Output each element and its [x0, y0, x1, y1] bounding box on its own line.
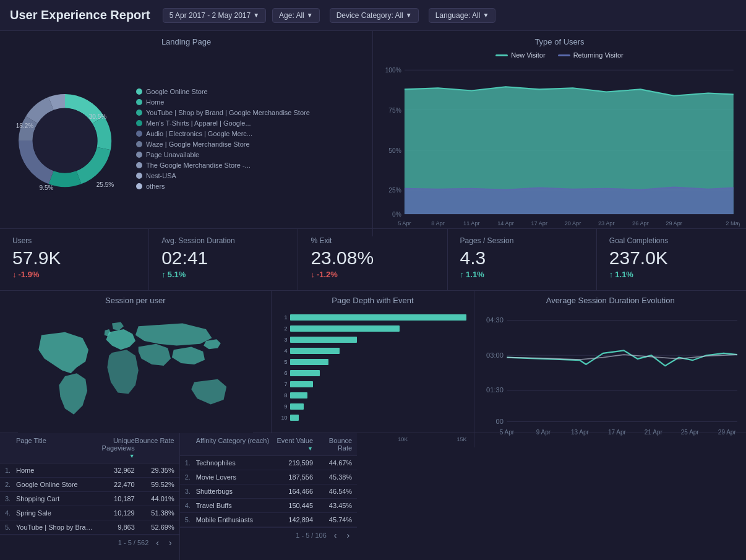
- bar-row: 3: [279, 335, 467, 345]
- pages-table-footer: 1 - 5 / 562 ‹ ›: [0, 535, 179, 550]
- svg-point-0: [33, 108, 97, 173]
- age-filter[interactable]: Age: All ▼: [272, 8, 320, 23]
- col-event-value: Event Value ▼: [274, 437, 313, 452]
- table-row: 3. Shutterbugs 164,466 46.54%: [180, 485, 358, 499]
- bar-row: 6: [279, 368, 467, 378]
- legend-item: Page Unavailable: [136, 151, 366, 158]
- charts-row: Session per user: [0, 291, 746, 433]
- legend-line: [495, 54, 508, 56]
- world-map-svg: [15, 317, 256, 435]
- metric-change: ↓-1.2%: [311, 270, 434, 279]
- session-per-user-panel: Session per user: [0, 291, 272, 447]
- metric-label: Users: [12, 236, 136, 245]
- legend-line: [558, 54, 570, 56]
- metric-value: 237.0K: [609, 248, 734, 269]
- header: User Experience Report 5 Apr 2017 - 2 Ma…: [0, 0, 746, 31]
- metric-label: % Exit: [311, 236, 434, 245]
- svg-text:25 Apr: 25 Apr: [681, 429, 700, 436]
- legend-dot: [136, 162, 142, 168]
- next-page-button[interactable]: ›: [344, 530, 352, 540]
- svg-text:03:00: 03:00: [487, 351, 504, 359]
- legend-item: others: [136, 183, 366, 190]
- tables-row: Page Title Unique Pageviews ▼ Bounce Rat…: [0, 433, 746, 560]
- prev-page-button[interactable]: ‹: [153, 538, 161, 548]
- arrow-up-icon: ↑: [460, 270, 465, 279]
- pages-table-header: Page Title Unique Pageviews ▼ Bounce Rat…: [0, 433, 179, 463]
- arrow-up-icon: ↑: [609, 270, 614, 279]
- landing-content: 30.5% 25.5% 18.2% 9.5% Google Online Sto…: [6, 51, 366, 230]
- bar-row: 7: [279, 379, 467, 389]
- sort-icon[interactable]: ▼: [307, 446, 313, 452]
- type-users-chart: 100% 75% 50% 25% 0% 5 Apr 8 Apr 11 Apr: [379, 64, 740, 230]
- svg-text:25.5%: 25.5%: [96, 181, 114, 188]
- legend-item: Home: [136, 98, 366, 106]
- legend-returning-visitor: Returning Visitor: [558, 51, 624, 59]
- legend-dot: [136, 173, 142, 179]
- device-filter[interactable]: Device Category: All ▼: [330, 8, 419, 23]
- metric-pages-session: Pages / Session 4.3 ↑1.1%: [448, 229, 597, 290]
- next-page-button[interactable]: ›: [166, 538, 174, 548]
- svg-text:00: 00: [496, 418, 504, 425]
- metric-label: Goal Completions: [609, 236, 734, 245]
- svg-marker-16: [405, 187, 734, 214]
- avg-session-svg: 04:30 03:00 01:30 00 5 Apr 9 Apr 13 Apr …: [479, 310, 741, 442]
- metric-label: Avg. Session Duration: [161, 236, 285, 245]
- type-users-svg: 100% 75% 50% 25% 0% 5 Apr 8 Apr 11 Apr: [379, 64, 740, 230]
- legend-item: Nest-USA: [136, 172, 366, 179]
- session-per-user-title: Session per user: [5, 296, 266, 305]
- language-filter[interactable]: Language: All ▼: [429, 8, 496, 23]
- svg-text:23 Apr: 23 Apr: [598, 220, 615, 226]
- bar-row: 4: [279, 346, 467, 356]
- legend-item: Google Online Store: [136, 88, 366, 95]
- arrow-up-icon: ↑: [161, 270, 166, 279]
- table-row: 2. Movie Lovers 187,556 45.38%: [180, 470, 358, 485]
- legend-dot: [136, 141, 142, 147]
- svg-text:8 Apr: 8 Apr: [431, 220, 444, 226]
- affinity-table-panel: Affinity Category (reach) Event Value ▼ …: [180, 433, 358, 560]
- svg-text:04:30: 04:30: [487, 316, 504, 324]
- pages-table-panel: Page Title Unique Pageviews ▼ Bounce Rat…: [0, 433, 180, 560]
- svg-text:14 Apr: 14 Apr: [497, 220, 514, 226]
- metric-value: 23.08%: [311, 248, 434, 269]
- svg-text:17 Apr: 17 Apr: [608, 429, 627, 436]
- legend-item: The Google Merchandise Store -...: [136, 162, 366, 169]
- table-row: 1. Technophiles 219,599 44.67%: [180, 456, 358, 470]
- metric-change: ↓-1.9%: [12, 270, 136, 279]
- sort-icon[interactable]: ▼: [129, 453, 135, 459]
- legend-item: Waze | Google Merchandise Store: [136, 140, 366, 148]
- table-row: 5. YouTube | Shop by Brand | Google M...…: [0, 520, 179, 535]
- prev-page-button[interactable]: ‹: [332, 530, 340, 540]
- metric-label: Pages / Session: [460, 236, 584, 245]
- type-of-users-panel: Type of Users New Visitor Returning Visi…: [373, 31, 746, 236]
- landing-page-title: Landing Page: [6, 37, 366, 46]
- bar-row: 5: [279, 357, 467, 367]
- metric-value: 02:41: [161, 248, 285, 269]
- legend-item: YouTube | Shop by Brand | Google Merchan…: [136, 109, 366, 116]
- chevron-down-icon: ▼: [406, 12, 412, 19]
- svg-text:5 Apr: 5 Apr: [398, 220, 411, 226]
- col-bounce-rate: Bounce Rate: [135, 437, 174, 459]
- bar-row: 8: [279, 390, 467, 400]
- metric-change: ↑5.1%: [161, 270, 285, 279]
- date-range-filter[interactable]: 5 Apr 2017 - 2 May 2017 ▼: [163, 8, 266, 23]
- pagination-label: 1 - 5 / 106: [296, 532, 327, 539]
- svg-text:26 Apr: 26 Apr: [632, 220, 649, 226]
- bar-row: 1: [279, 312, 467, 322]
- col-affinity: Affinity Category (reach): [196, 437, 274, 452]
- svg-text:5 Apr: 5 Apr: [500, 429, 515, 436]
- arrow-down-icon: ↓: [311, 270, 315, 279]
- bar-chart: 1 2 3 4: [279, 310, 467, 435]
- legend-item: Men's T-Shirts | Apparel | Google...: [136, 119, 366, 127]
- bar-row: 10: [279, 413, 467, 423]
- metric-exit: % Exit 23.08% ↓-1.2%: [298, 229, 447, 290]
- svg-text:25%: 25%: [388, 187, 401, 194]
- table-row: 1. Home 32,962 29.35%: [0, 463, 179, 478]
- table-row: 4. Travel Buffs 150,445 43.45%: [180, 499, 358, 513]
- bar-row: 2: [279, 324, 467, 334]
- page-depth-title: Page Depth with Event: [277, 296, 469, 305]
- top-section: Landing Page: [0, 31, 746, 229]
- legend-dot: [136, 120, 142, 126]
- bar-row: 9: [279, 402, 467, 411]
- col-page-title: Page Title: [16, 437, 95, 459]
- table-row: 4. Spring Sale 10,129 51.38%: [0, 506, 179, 520]
